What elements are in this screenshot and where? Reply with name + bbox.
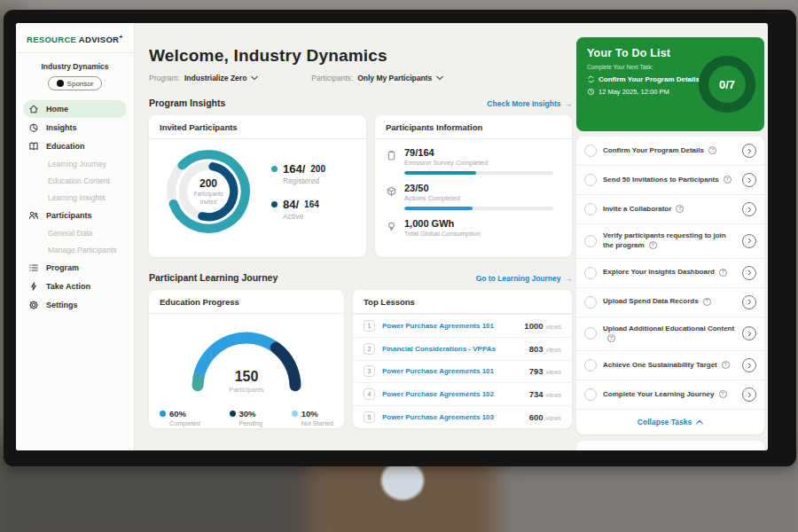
- chevron-right-button[interactable]: [742, 144, 756, 158]
- monitor-bezel: RESOURCE ADVISOR+ Industry Dynamics Spon…: [4, 10, 796, 466]
- chevron-right-button[interactable]: [742, 173, 756, 187]
- participants-select[interactable]: Participants: Only My Participants: [311, 74, 443, 82]
- progress-fill: [404, 171, 476, 175]
- sidebar-item-home[interactable]: Home: [23, 100, 127, 118]
- sidebar-item-label: Settings: [46, 301, 78, 309]
- sidebar-item-learning-insights[interactable]: Learning Insights: [23, 190, 127, 206]
- task-checkbox[interactable]: [584, 267, 597, 279]
- lesson-rank: 4: [364, 388, 375, 400]
- card-title: Participants Information: [375, 115, 572, 139]
- chevron-right-button[interactable]: [742, 295, 756, 309]
- legend-registered: 164/200 Registered: [271, 162, 325, 185]
- sidebar-item-general-data[interactable]: General Data: [23, 225, 127, 241]
- chevron-right-button[interactable]: [742, 234, 756, 248]
- sponsor-badge-icon: [57, 80, 64, 87]
- help-icon[interactable]: ?: [703, 298, 711, 306]
- sidebar-item-participants[interactable]: Participants: [23, 207, 127, 224]
- todo-due-date: 12 May 2025, 12:00 PM: [598, 88, 669, 96]
- go-to-learning-journey-link[interactable]: Go to Learning Journey →: [476, 274, 572, 283]
- main-content: Welcome, Industry Dynamics Program: Indu…: [135, 23, 576, 450]
- lesson-views: 600: [529, 412, 544, 422]
- help-icon[interactable]: ?: [722, 361, 730, 369]
- logo-advisor: ADVISOR: [79, 35, 119, 44]
- legend-dot: [271, 166, 278, 172]
- todo-next-task: Confirm Your Program Details: [598, 75, 700, 83]
- task-label: Confirm Your Program Details: [603, 146, 704, 154]
- lesson-views: 1000: [524, 321, 543, 331]
- chevron-right-icon: [747, 148, 752, 154]
- sidebar-item-label: Education Content: [48, 176, 110, 185]
- help-icon[interactable]: ?: [607, 334, 615, 342]
- task-checkbox[interactable]: [584, 359, 597, 372]
- task-label: Upload Additional Educational Content: [603, 325, 734, 332]
- metric-value: 23/50: [404, 183, 553, 193]
- sidebar-item-learning-journey[interactable]: Learning Journey: [23, 156, 127, 172]
- task-checkbox[interactable]: [584, 296, 597, 309]
- sidebar-item-education[interactable]: Education: [23, 137, 127, 155]
- check-more-insights-link[interactable]: Check More Insights →: [487, 99, 572, 108]
- chevron-right-button[interactable]: [742, 266, 756, 280]
- task-checkbox[interactable]: [584, 388, 597, 401]
- todo-task-list: Confirm Your Program Details? Send 50 In…: [576, 137, 764, 434]
- recent-news-title: Recent News: [576, 441, 764, 450]
- legend-value-sub: 200: [310, 164, 325, 174]
- program-icon: [28, 262, 39, 273]
- sidebar-item-manage-participants[interactable]: Manage Participants: [23, 242, 127, 258]
- lesson-title-link[interactable]: Power Purchase Agreements 101: [382, 367, 494, 375]
- task-checkbox[interactable]: [584, 203, 597, 215]
- help-icon[interactable]: ?: [719, 269, 727, 277]
- sidebar-item-take-action[interactable]: Take Action: [23, 278, 127, 295]
- lesson-views: 734: [529, 389, 544, 399]
- donut-center-label: Participants Invited: [189, 191, 228, 205]
- sidebar-item-education-content[interactable]: Education Content: [23, 173, 127, 189]
- sidebar-item-settings[interactable]: Settings: [23, 296, 127, 314]
- collapse-tasks-link[interactable]: Collapse Tasks: [576, 410, 764, 434]
- lesson-title-link[interactable]: Power Purchase Agreements 103: [382, 413, 494, 421]
- help-icon[interactable]: ?: [719, 390, 727, 398]
- chevron-right-button[interactable]: [742, 358, 756, 372]
- participants-information-card: Participants Information 79/164 Emission…: [375, 115, 572, 257]
- chevron-down-icon: [436, 75, 443, 81]
- help-icon[interactable]: ?: [724, 176, 732, 184]
- sidebar-item-program[interactable]: Program: [23, 259, 127, 277]
- card-title: Invited Participants: [149, 115, 366, 139]
- top-lessons-card: Top Lessons 1 Power Purchase Agreements …: [353, 290, 572, 428]
- home-icon: [28, 104, 39, 114]
- help-icon[interactable]: ?: [708, 146, 716, 154]
- chevron-right-button[interactable]: [742, 202, 756, 216]
- sidebar-item-insights[interactable]: Insights: [23, 119, 127, 137]
- monitor-stand: [381, 461, 424, 500]
- sidebar-item-label: Education: [46, 142, 85, 151]
- help-icon[interactable]: ?: [649, 241, 657, 249]
- chevron-right-button[interactable]: [742, 326, 756, 340]
- settings-icon: [28, 300, 39, 310]
- program-select[interactable]: Program: Industrialize Zero: [149, 74, 258, 82]
- legend-value: 30%: [239, 409, 256, 419]
- help-icon[interactable]: ?: [676, 205, 684, 213]
- chevron-down-icon: [251, 75, 258, 81]
- donut-center-value: 200: [200, 177, 217, 190]
- sidebar-item-label: Program: [46, 263, 79, 272]
- lesson-title-link[interactable]: Power Purchase Agreements 102: [382, 390, 494, 398]
- lesson-title-link[interactable]: Financial Considerations - VPPAs: [382, 345, 496, 353]
- task-row: Send 50 Invitations to Participants?: [576, 166, 764, 195]
- task-checkbox[interactable]: [584, 174, 597, 186]
- dashboard-screen: RESOURCE ADVISOR+ Industry Dynamics Spon…: [16, 23, 768, 450]
- task-checkbox[interactable]: [584, 327, 597, 340]
- collapse-label: Collapse Tasks: [638, 418, 692, 426]
- lesson-views: 793: [529, 366, 544, 376]
- lesson-title-link[interactable]: Power Purchase Agreements 101: [382, 322, 494, 330]
- refresh-icon: [587, 75, 595, 83]
- chevron-right-button[interactable]: [742, 387, 756, 402]
- program-insights-title: Program Insights: [149, 98, 225, 108]
- task-label: Verify participants requesting to join t…: [603, 231, 726, 249]
- task-checkbox[interactable]: [584, 235, 597, 247]
- lesson-row: 2 Financial Considerations - VPPAs 803vi…: [353, 337, 572, 360]
- sidebar-item-label: Take Action: [46, 282, 90, 291]
- sidebar-item-label: Learning Insights: [48, 193, 106, 202]
- donut-legend: 164/200 Registered 84/164 Active: [271, 162, 325, 221]
- legend-label: Not Started: [301, 419, 333, 427]
- task-checkbox[interactable]: [584, 145, 597, 157]
- task-label: Achieve One Sustainability Target: [603, 361, 717, 369]
- card-title: Top Lessons: [353, 290, 572, 314]
